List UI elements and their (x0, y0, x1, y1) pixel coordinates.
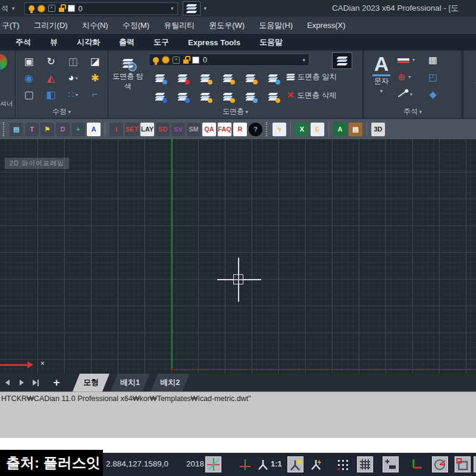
text-a-icon[interactable]: A (87, 123, 101, 136)
layer-lock-icon[interactable] (217, 69, 239, 87)
table-plus-icon[interactable]: + (71, 123, 85, 136)
toolbar-grip[interactable] (3, 122, 6, 136)
ribbon-tab-1[interactable]: 뷰 (50, 37, 58, 48)
text-import-icon[interactable]: T (25, 123, 39, 136)
layer-isolate-icon[interactable] (149, 69, 171, 87)
menu-item-1[interactable]: 그리기(D) (34, 20, 68, 31)
ortho-mode-icon[interactable] (408, 456, 424, 472)
text-button[interactable]: A 문자 (368, 53, 395, 108)
view-tools-icon[interactable]: ▤ (10, 123, 23, 136)
dynamic-input-icon[interactable] (383, 456, 399, 472)
first-tab-button[interactable] (0, 376, 14, 389)
offset-icon[interactable]: ◉ (18, 70, 40, 86)
layer-change-icon[interactable] (194, 69, 217, 87)
layer-walk-icon[interactable] (171, 87, 194, 106)
toolbar-grip[interactable] (266, 122, 269, 136)
insert-block-button[interactable]: 블록 삽입 (469, 55, 476, 112)
fillet-icon[interactable]: ◕ (62, 70, 84, 86)
array-icon[interactable]: ∷ (62, 86, 84, 103)
scale-list-icon[interactable]: ◰ (428, 71, 437, 83)
scale-icon[interactable]: ▢ (18, 86, 40, 103)
annotation-visibility-icon[interactable] (255, 456, 271, 472)
layer-thaw-icon[interactable] (262, 87, 284, 106)
grid-display-icon[interactable] (357, 456, 373, 472)
center-mark-button[interactable]: ⊕ (397, 71, 415, 82)
layer-color-swatch[interactable] (68, 5, 75, 12)
layer-on-bulb-icon[interactable] (29, 5, 35, 11)
explode-icon[interactable]: ✱ (84, 70, 106, 86)
layout-tab-1[interactable]: 배치1 (111, 374, 149, 392)
modify-panel-label[interactable]: 수정 (15, 107, 108, 117)
layout-tab-0[interactable]: 모형 (73, 374, 109, 392)
vp-freeze-icon[interactable]: * (48, 5, 55, 12)
layer-properties-button[interactable] (183, 1, 201, 15)
snap-tracking-icon[interactable] (205, 456, 221, 472)
menu-item-4[interactable]: 유틸리티 (164, 20, 195, 31)
object-snap-icon[interactable] (455, 456, 471, 472)
layer-freeze-sun-icon[interactable] (38, 5, 45, 12)
set-layer-icon[interactable]: SET (125, 123, 139, 136)
layer-freeze-icon[interactable] (262, 69, 284, 87)
layer-on-bulb-icon[interactable] (153, 57, 159, 63)
layer-on-icon[interactable] (239, 69, 262, 87)
leader-button[interactable] (397, 89, 415, 99)
info-marker-icon[interactable]: i (109, 123, 123, 136)
layer-delete-button[interactable]: ✕ 도면층 삭제 (287, 90, 337, 101)
layer-unlock-icon[interactable] (59, 8, 64, 12)
layer-match-button[interactable]: 도면층 일치 (287, 72, 337, 82)
annotation-panel-label[interactable]: 주석 (364, 107, 461, 117)
annotation-sync-icon[interactable] (308, 456, 324, 472)
layer-manager-button[interactable] (332, 52, 352, 69)
drawing-canvas[interactable]: 2D 와이어프레임 × (0, 139, 476, 374)
ribbon-tab-2[interactable]: 시각화 (77, 37, 100, 48)
pedit-icon[interactable]: ⌐ (84, 86, 106, 103)
3d-2d-toggle-icon[interactable]: 3D (371, 123, 385, 136)
ribbon-tab-4[interactable]: 도구 (154, 37, 169, 48)
stretch-icon[interactable]: ◫ (62, 53, 84, 70)
flag-tool-icon[interactable]: ⚑ (40, 123, 54, 136)
annotation-scale-button[interactable]: 1:1 (271, 459, 282, 468)
sv-tool-icon[interactable]: SV (171, 123, 185, 136)
layer-copy-icon[interactable] (194, 87, 217, 106)
qa-tool-icon[interactable]: QA (202, 123, 216, 136)
polar-tracking-icon[interactable] (432, 456, 448, 472)
add-layout-button[interactable]: + (49, 376, 64, 389)
layer-off-icon[interactable] (239, 87, 262, 106)
clipboard-icon[interactable]: ▤ (349, 123, 362, 136)
trim-icon[interactable]: ◧ (40, 86, 62, 103)
menu-item-2[interactable]: 치수(N) (82, 20, 108, 31)
excel-export-icon[interactable]: X (295, 123, 309, 136)
layout-tab-2[interactable]: 배치2 (151, 374, 189, 392)
table-icon[interactable]: ▦ (428, 54, 437, 65)
layers-panel-label[interactable]: 도면층 (108, 107, 362, 117)
layer-freeze-sun-icon[interactable] (162, 57, 169, 63)
chevron-down-icon[interactable] (302, 57, 305, 63)
layer-unisolate-icon[interactable] (171, 69, 194, 87)
layer-color-swatch[interactable] (192, 57, 199, 64)
next-tab-button[interactable] (14, 376, 29, 389)
qat-partial-label[interactable]: 석 (1, 4, 8, 14)
command-history[interactable]: HTCKR₩CADian 11.0 Professional x64₩kor₩T… (0, 392, 476, 438)
erase-icon[interactable]: ◪ (84, 53, 106, 70)
ribbon-tab-0[interactable]: 주석 (15, 37, 31, 48)
dwg-tool-icon[interactable]: D (56, 123, 70, 136)
color-wheel-icon[interactable] (0, 54, 7, 70)
menu-item-0[interactable]: 구(T) (2, 20, 20, 31)
chevron-down-icon[interactable] (12, 5, 15, 11)
vp-freeze-icon[interactable]: * (173, 57, 180, 64)
grid-snap-icon[interactable] (237, 456, 253, 472)
layer-explorer-button[interactable]: 도면층 탐색 (111, 54, 145, 115)
mirror-icon[interactable]: ◭ (40, 70, 62, 86)
r-tool-icon[interactable]: R (233, 123, 247, 136)
block-panel-label[interactable]: 블 (464, 107, 476, 117)
menu-item-6[interactable]: 도움말(H) (259, 20, 293, 31)
layer-unlock-icon[interactable] (217, 87, 239, 106)
annotation-autoscale-icon[interactable] (287, 456, 303, 472)
layer-current-icon[interactable] (149, 87, 171, 106)
menu-item-3[interactable]: 수정(M) (123, 20, 150, 31)
chevron-down-icon[interactable] (171, 5, 174, 11)
titlebar-layer-combo[interactable]: * 0 (24, 2, 178, 15)
edit-doc-icon[interactable]: E (311, 123, 324, 136)
copy-icon[interactable]: ▣ (18, 53, 40, 70)
help-icon[interactable]: ? (249, 123, 262, 136)
